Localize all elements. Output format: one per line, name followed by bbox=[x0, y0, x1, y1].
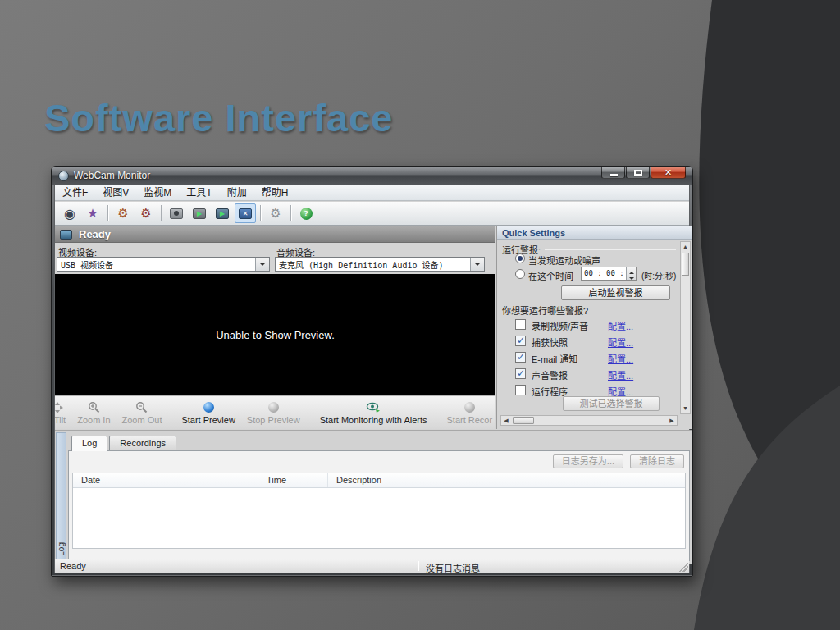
menu-view[interactable]: 视图V bbox=[95, 185, 136, 200]
radio-at-time-label: 在这个时间 bbox=[528, 269, 573, 282]
alert-label: E-mail 通知 bbox=[532, 352, 578, 365]
configure-link[interactable]: 配置... bbox=[608, 352, 633, 365]
quick-settings-panel: Quick Settings 运行警报: 当发现运动或噪声 在这个时间 00 :… bbox=[496, 226, 692, 429]
menu-file[interactable]: 文件F bbox=[55, 185, 95, 200]
save-log-button[interactable]: 日志另存为... bbox=[553, 454, 623, 468]
scroll-right-icon[interactable]: ▶ bbox=[667, 416, 677, 425]
audio-device-select[interactable]: 麦克风 (High Definition Audio 设备) bbox=[275, 257, 485, 272]
page-title: Software Interface bbox=[44, 95, 393, 140]
checkbox-sound-alert[interactable] bbox=[515, 368, 526, 379]
alerts-question-label: 你想要运行哪些警报? bbox=[502, 304, 588, 317]
group-divider bbox=[545, 249, 676, 249]
webcam-icon[interactable]: ◉ bbox=[59, 203, 80, 223]
monitoring-eye-icon bbox=[366, 401, 381, 414]
status-message: 没有日志消息 bbox=[426, 561, 480, 574]
wizard-icon[interactable]: ★ bbox=[82, 203, 103, 223]
radio-motion-noise[interactable] bbox=[515, 253, 525, 263]
window-client-area: 文件F 视图V 监视M 工具T 附加 帮助H ◉ ★ ⚙ ⚙ ▶ ▶ ✕ ⚙ bbox=[54, 185, 690, 573]
camera-icon[interactable] bbox=[166, 203, 187, 223]
time-spinner bbox=[626, 267, 636, 280]
horizontal-scrollbar[interactable]: ◀ ▶ bbox=[500, 415, 678, 426]
video-device-select[interactable]: USB 视频设备 bbox=[57, 257, 270, 272]
monitor-icon bbox=[60, 230, 72, 240]
time-value: 00 : 00 : 10 bbox=[582, 267, 626, 280]
minimize-button[interactable] bbox=[601, 167, 625, 179]
chevron-down-icon[interactable] bbox=[470, 258, 484, 271]
log-panel: Log Log Recordings 日志另存为... 清除日志 Date Ti… bbox=[55, 430, 692, 564]
start-monitoring-button[interactable]: Start Monitoring with Alerts bbox=[314, 396, 433, 429]
resize-grip-icon[interactable] bbox=[678, 562, 688, 572]
alert-label: 录制视频/声音 bbox=[532, 319, 588, 332]
collapsed-side-tab[interactable]: Log bbox=[56, 432, 66, 562]
test-alerts-button[interactable]: 测试已选择警报 bbox=[563, 396, 660, 411]
menu-bar: 文件F 视图V 监视M 工具T 附加 帮助H bbox=[55, 185, 689, 201]
configure-link[interactable]: 配置... bbox=[608, 368, 633, 381]
scroll-up-icon[interactable]: ▲ bbox=[681, 242, 690, 252]
toolbar-separator bbox=[290, 205, 291, 221]
time-input[interactable]: 00 : 00 : 10 bbox=[581, 267, 637, 281]
zoom-in-button[interactable]: Zoom In bbox=[71, 396, 116, 429]
scrollbar-thumb[interactable] bbox=[513, 417, 534, 424]
log-tabs: Log Recordings bbox=[71, 436, 178, 450]
log-table-header: Date Time Description bbox=[73, 473, 685, 488]
app-icon bbox=[58, 171, 69, 181]
toolbar-separator bbox=[107, 205, 108, 221]
column-time[interactable]: Time bbox=[258, 473, 328, 487]
start-capture-icon[interactable]: ▶ bbox=[189, 203, 210, 223]
radio-at-time[interactable] bbox=[515, 269, 525, 279]
start-preview-monitor-icon[interactable]: ▶ bbox=[212, 203, 233, 223]
configure-link[interactable]: 配置... bbox=[608, 319, 633, 332]
spinner-down-icon[interactable] bbox=[627, 274, 636, 281]
help-icon[interactable]: ? bbox=[295, 203, 317, 223]
alert-label: 运行程序 bbox=[532, 385, 568, 398]
scroll-down-icon[interactable]: ▼ bbox=[681, 404, 690, 413]
maximize-button[interactable] bbox=[626, 167, 650, 179]
column-date[interactable]: Date bbox=[73, 473, 258, 487]
menu-addons[interactable]: 附加 bbox=[220, 185, 254, 200]
device-selection-row: 视频设备: USB 视频设备 音频设备: 麦克风 (High Definitio… bbox=[55, 243, 495, 274]
start-monitoring-alerts-button[interactable]: 启动监视警报 bbox=[561, 285, 670, 300]
status-ready-text: Ready bbox=[60, 561, 86, 571]
alert-label: 捕获快照 bbox=[532, 336, 568, 349]
zoom-out-icon bbox=[135, 401, 148, 414]
zoom-in-icon bbox=[88, 401, 100, 414]
main-toolbar: ◉ ★ ⚙ ⚙ ▶ ▶ ✕ ⚙ ? bbox=[55, 202, 689, 226]
checkbox-capture-snapshot[interactable] bbox=[515, 336, 526, 346]
start-preview-icon bbox=[203, 401, 214, 414]
close-button[interactable]: ✕ bbox=[651, 167, 686, 179]
status-bar: Ready 没有日志消息 bbox=[55, 559, 689, 573]
scrollbar-thumb[interactable] bbox=[682, 253, 689, 276]
pan-tilt-button[interactable]: / Tilt bbox=[55, 396, 71, 429]
minimize-icon bbox=[610, 174, 618, 176]
vertical-scrollbar[interactable]: ▲ ▼ bbox=[680, 241, 691, 414]
chevron-down-icon[interactable] bbox=[255, 258, 269, 271]
column-description[interactable]: Description bbox=[328, 473, 685, 487]
tab-log[interactable]: Log bbox=[71, 436, 107, 451]
checkbox-email-notify[interactable] bbox=[515, 352, 526, 363]
zoom-out-button[interactable]: Zoom Out bbox=[116, 396, 168, 429]
window-titlebar[interactable]: WebCam Monitor ✕ bbox=[52, 167, 692, 185]
spinner-up-icon[interactable] bbox=[627, 267, 636, 274]
settings-gear-icon[interactable]: ⚙ bbox=[265, 203, 286, 223]
log-content-box: 日志另存为... 清除日志 Date Time Description bbox=[68, 450, 690, 561]
menu-tools[interactable]: 工具T bbox=[179, 185, 219, 200]
configure-link[interactable]: 配置... bbox=[608, 336, 633, 349]
camera-settings-icon[interactable]: ⚙ bbox=[112, 203, 134, 223]
start-recording-button[interactable]: Start Recor bbox=[441, 396, 495, 429]
checkbox-record-video-audio[interactable] bbox=[515, 319, 526, 330]
video-settings-icon[interactable]: ⚙ bbox=[135, 203, 157, 223]
menu-help[interactable]: 帮助H bbox=[254, 185, 296, 200]
alert-label: 声音警报 bbox=[532, 368, 568, 381]
checkbox-run-program[interactable] bbox=[515, 385, 526, 395]
stop-preview-button[interactable]: Stop Preview bbox=[241, 396, 306, 429]
menu-monitor[interactable]: 监视M bbox=[136, 185, 179, 200]
slide-background: Software Interface WebCam Monitor ✕ 文件F … bbox=[0, 0, 840, 630]
start-preview-button[interactable]: Start Preview bbox=[176, 396, 240, 429]
clear-log-button[interactable]: 清除日志 bbox=[630, 454, 684, 468]
scroll-left-icon[interactable]: ◀ bbox=[501, 416, 511, 425]
maximize-icon bbox=[634, 170, 642, 176]
side-tab-label: Log bbox=[57, 542, 67, 556]
monitoring-alerts-icon[interactable]: ✕ bbox=[235, 203, 256, 223]
tab-recordings[interactable]: Recordings bbox=[109, 436, 176, 450]
status-divider bbox=[418, 561, 418, 571]
